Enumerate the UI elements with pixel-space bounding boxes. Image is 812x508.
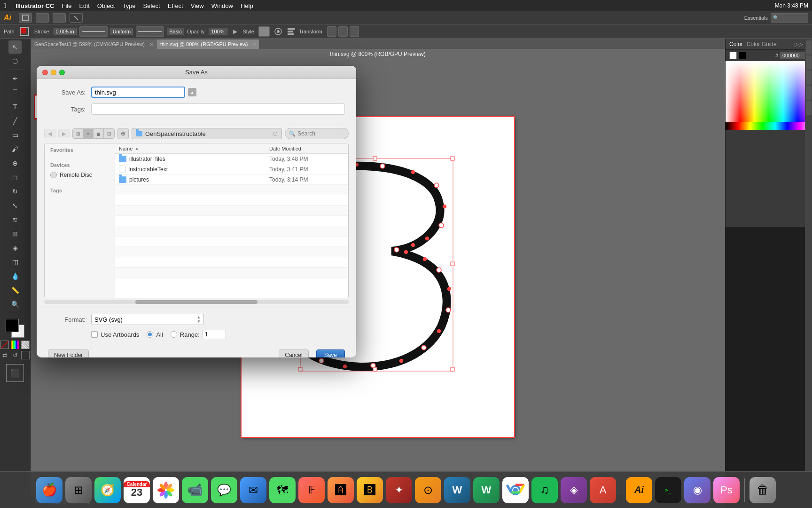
tab-thin-svg[interactable]: thin.svg @ 800% (RGB/GPU Preview) ✕ <box>156 40 260 49</box>
tab-close-btn[interactable]: ✕ <box>149 42 153 47</box>
pen-tool[interactable]: ✒ <box>8 72 22 85</box>
search-input[interactable] <box>297 130 344 137</box>
gallery-view-btn[interactable]: ⊟ <box>104 129 114 138</box>
dialog-close-btn[interactable] <box>42 70 48 75</box>
menu-view[interactable]: View <box>191 2 204 9</box>
right-btn1[interactable] <box>806 40 812 55</box>
column-view-btn[interactable]: ⫼ <box>94 129 104 138</box>
gradient-tool[interactable]: ◫ <box>8 255 22 269</box>
toolbar-icon4[interactable] <box>70 13 83 23</box>
right-btn4[interactable] <box>806 86 812 100</box>
nav-back-btn[interactable]: ◀ <box>44 129 55 138</box>
search-essentials[interactable]: 🔍 <box>771 13 808 23</box>
swap-colors-icon[interactable]: ⇄ <box>0 351 9 359</box>
color-wheel-icon[interactable] <box>11 341 19 349</box>
dock-spotify[interactable]: ♫ <box>531 477 558 503</box>
menu-help[interactable]: Help <box>241 2 253 9</box>
transform-label[interactable]: Transform <box>299 29 322 34</box>
right-btn5[interactable] <box>806 101 812 115</box>
dock-trash[interactable]: 🗑 <box>750 477 776 503</box>
toolbar-icon1[interactable] <box>19 13 32 23</box>
menu-object[interactable]: Object <box>97 2 115 9</box>
cancel-button[interactable]: Cancel <box>279 349 308 357</box>
dock-photos[interactable] <box>153 477 179 503</box>
blob-brush-tool[interactable]: ⊕ <box>8 157 22 170</box>
curvature-tool[interactable]: ⌒ <box>8 86 22 99</box>
color-tab[interactable]: Color <box>729 41 743 48</box>
eyedropper-tool[interactable]: 💧 <box>8 270 22 283</box>
dialog-maximize-btn[interactable] <box>59 70 65 75</box>
default-colors-icon[interactable]: ↺ <box>11 351 19 359</box>
scale-tool[interactable]: ⤡ <box>8 199 22 212</box>
panel-expand-btn[interactable]: ▷▷ <box>795 41 803 48</box>
rect-tool[interactable]: ▭ <box>8 128 22 142</box>
scroll-thumb[interactable] <box>135 300 257 304</box>
right-btn2[interactable] <box>806 56 812 70</box>
save-as-input[interactable] <box>91 87 185 98</box>
dock-launchpad[interactable]: ⊞ <box>65 477 92 503</box>
dock-app9[interactable]: A <box>590 477 616 503</box>
menu-window[interactable]: Window <box>211 2 233 9</box>
tab-close-btn2[interactable]: ✕ <box>253 42 257 47</box>
toolbar-icon2[interactable] <box>36 13 49 23</box>
dock-app5[interactable]: ⊙ <box>415 477 441 503</box>
black-icon[interactable] <box>21 351 30 359</box>
menu-effect[interactable]: Effect <box>168 2 183 9</box>
use-artboards-label[interactable]: Use Artboards <box>91 331 139 338</box>
black-swatch[interactable] <box>739 52 746 59</box>
direct-selection-tool[interactable]: ⬡ <box>8 55 22 68</box>
disclosure-button[interactable]: ▲ <box>188 88 196 96</box>
dock-terminal[interactable]: >_ <box>655 477 681 503</box>
style-icon[interactable] <box>273 26 284 37</box>
folder-dropdown[interactable]: GenSpaceInstructable ⬡ <box>132 128 282 139</box>
file-row-pictures[interactable]: pictures Today, 3:14 PM <box>115 175 348 185</box>
dock-chrome[interactable] <box>502 477 529 503</box>
range-radio-label[interactable]: Range: <box>171 330 226 339</box>
nav-forward-btn[interactable]: ▶ <box>58 129 70 138</box>
style-dropdown[interactable]: Basic <box>167 28 184 35</box>
color-spectrum[interactable] <box>726 61 812 122</box>
app-name[interactable]: Illustrator CC <box>16 2 54 9</box>
file-row-illustrator[interactable]: illustrator_files Today, 3:48 PM <box>115 154 348 164</box>
icon-view-btn[interactable]: ⊞ <box>73 129 83 138</box>
dock-app11[interactable]: Ps <box>713 477 740 503</box>
color-ramp[interactable] <box>726 122 812 130</box>
brush-tool[interactable]: 🖌 <box>8 143 22 156</box>
stroke-color-indicator[interactable] <box>17 26 31 37</box>
dock-messages[interactable]: 💬 <box>211 477 237 503</box>
use-artboards-checkbox[interactable] <box>91 331 98 338</box>
dock-safari[interactable]: 🧭 <box>94 477 121 503</box>
dock-app4[interactable]: ✦ <box>386 477 412 503</box>
dock-app8[interactable]: ◈ <box>561 477 587 503</box>
foreground-color[interactable] <box>6 319 19 332</box>
artboard-icon[interactable]: ⬛ <box>6 364 24 382</box>
right-btn3[interactable] <box>806 71 812 85</box>
warp-tool[interactable]: ≋ <box>8 213 22 226</box>
transform-icon1[interactable] <box>327 26 336 37</box>
range-radio[interactable] <box>171 331 177 338</box>
dock-finder[interactable]: 🍎 <box>36 477 62 503</box>
new-folder-button[interactable]: New Folder <box>48 349 89 357</box>
date-column-header[interactable]: Date Modified <box>269 146 344 151</box>
color-selector[interactable] <box>6 319 24 338</box>
transform-icon2[interactable] <box>338 26 348 37</box>
dock-app6[interactable]: W <box>444 477 470 503</box>
style-color-box[interactable] <box>258 26 270 37</box>
zoom-tool[interactable]: 🔍 <box>8 298 22 311</box>
selection-tool[interactable]: ↖ <box>8 40 22 54</box>
range-input[interactable] <box>203 330 226 339</box>
file-row-instructable[interactable]: InstructableText Today, 3:41 PM <box>115 164 348 175</box>
dock-app3[interactable]: 🅱 <box>357 477 383 503</box>
rotate-tool[interactable]: ↻ <box>8 185 22 198</box>
transform-icon3[interactable] <box>350 26 359 37</box>
white-swatch[interactable] <box>729 52 737 59</box>
dock-mail[interactable]: ✉ <box>240 477 266 503</box>
align-icon[interactable] <box>287 26 296 37</box>
menu-file[interactable]: File <box>62 2 71 9</box>
apple-menu[interactable]:  <box>4 2 6 9</box>
toolbar-icon3[interactable] <box>53 13 66 23</box>
dock-illustrator[interactable]: Ai <box>626 477 652 503</box>
view-options-btn[interactable]: ⊕ <box>117 128 129 139</box>
dock-maps[interactable]: 🗺 <box>269 477 296 503</box>
dock-app10[interactable]: ◉ <box>684 477 710 503</box>
